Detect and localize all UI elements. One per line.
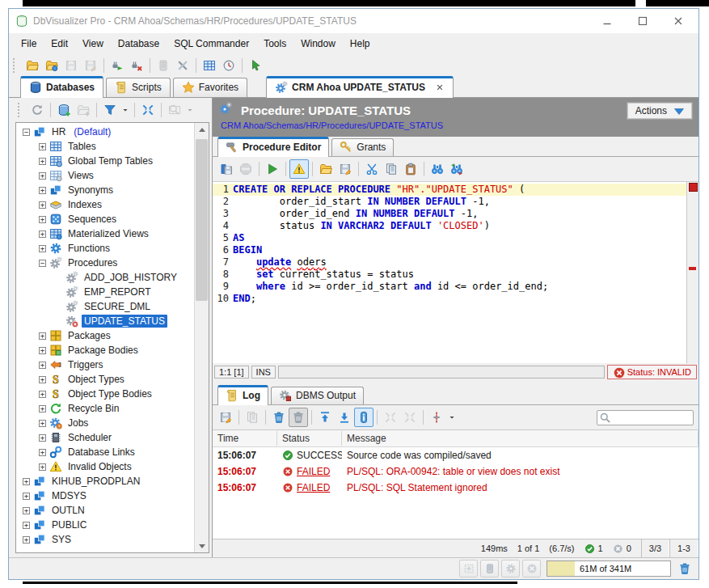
tab-dbms-output[interactable]: DBMS Output xyxy=(271,387,364,404)
memory-indicator[interactable]: 61M of 341M xyxy=(547,561,671,577)
tree-expander[interactable]: + xyxy=(39,231,46,238)
tree-expander[interactable]: + xyxy=(39,332,46,340)
paste-icon[interactable] xyxy=(401,159,420,179)
minimize-button[interactable] xyxy=(592,9,627,33)
tree-item-triggers[interactable]: +Triggers xyxy=(16,357,194,372)
tree-item-update-status[interactable]: UPDATE_STATUS xyxy=(16,314,194,328)
code-line[interactable]: 8 set current_status = status xyxy=(213,269,686,281)
create-connection-icon[interactable] xyxy=(54,100,74,120)
tree-expander[interactable]: + xyxy=(39,172,46,180)
refresh-icon[interactable] xyxy=(27,100,47,120)
error-marker-icon[interactable] xyxy=(689,183,698,192)
tree-item-database-links[interactable]: +Database Links xyxy=(16,445,194,459)
filter-icon[interactable] xyxy=(100,100,120,120)
execute-icon[interactable] xyxy=(263,159,282,179)
disconnect-icon[interactable] xyxy=(127,56,146,75)
menu-item-edit[interactable]: Edit xyxy=(44,35,75,53)
code-line[interactable]: 4 status IN VARCHAR2 DEFAULT 'CLOSED') xyxy=(213,220,686,232)
code-line[interactable]: 5AS xyxy=(213,232,686,244)
tree-expander[interactable]: + xyxy=(23,493,30,500)
tab-favorites[interactable]: Favorites xyxy=(173,78,247,97)
tab-scripts[interactable]: Scripts xyxy=(106,78,171,97)
log-column-time[interactable]: Time xyxy=(213,431,277,446)
tab-log[interactable]: Log xyxy=(217,385,268,405)
tree-item-scheduler[interactable]: +Scheduler xyxy=(16,430,194,445)
close-button[interactable] xyxy=(663,9,698,33)
tree-expander[interactable]: + xyxy=(39,143,46,150)
code-line[interactable]: 7 update oders xyxy=(213,256,686,269)
dropdown-icon[interactable] xyxy=(446,408,458,427)
tree-expander[interactable]: + xyxy=(39,347,46,354)
menu-item-database[interactable]: Database xyxy=(111,35,167,53)
find-icon[interactable] xyxy=(428,159,447,179)
tree-expander[interactable]: + xyxy=(39,362,46,369)
toolbar-grip[interactable] xyxy=(18,103,23,117)
menu-item-help[interactable]: Help xyxy=(343,35,378,53)
code-line[interactable]: 9 where id >= order_id_start and id <= o… xyxy=(213,281,686,293)
tree-item-object-type-bodies[interactable]: +SObject Type Bodies xyxy=(16,387,194,401)
scroll-thumb[interactable] xyxy=(196,139,208,301)
tree-item-kihub-prodplan[interactable]: +KIHUB_PRODPLAN xyxy=(16,474,194,489)
menu-item-file[interactable]: File xyxy=(14,35,44,53)
tree-item-synonyms[interactable]: +Synonyms xyxy=(16,183,194,197)
actions-button[interactable]: Actions xyxy=(627,103,692,119)
tree-item-package-bodies[interactable]: +Package Bodies xyxy=(16,343,194,357)
run-garbage-collector-button[interactable] xyxy=(675,560,694,577)
tree-expander[interactable]: + xyxy=(23,522,30,529)
scroll-top-icon[interactable] xyxy=(315,408,335,427)
scroll-bottom-icon[interactable] xyxy=(335,408,354,427)
tree-item-sequences[interactable]: +Sequences xyxy=(16,212,194,226)
tree-item-public[interactable]: +PUBLIC xyxy=(16,518,194,532)
tree-expander[interactable]: + xyxy=(39,158,46,165)
tab-object-crm-ahoa-update-status[interactable]: CRM Ahoa UPDATE_STATUS xyxy=(266,76,454,98)
error-marker-icon[interactable] xyxy=(689,267,696,270)
tab-procedure-editor[interactable]: Procedure Editor xyxy=(217,137,329,157)
tree-expander[interactable]: + xyxy=(23,507,30,514)
tree-expander[interactable]: − xyxy=(23,129,30,136)
clear-pinned-icon[interactable] xyxy=(289,408,308,427)
tree-item-mdsys[interactable]: +MDSYS xyxy=(16,489,194,503)
log-search-input[interactable] xyxy=(610,412,693,424)
code-line[interactable]: 2 order_id_start IN NUMBER DEFAULT -1, xyxy=(213,196,686,208)
maximize-button[interactable] xyxy=(627,9,663,33)
menu-item-tools[interactable]: Tools xyxy=(256,35,293,53)
cut-icon[interactable] xyxy=(362,159,382,179)
tree-item-jobs[interactable]: +Jobs xyxy=(16,416,194,430)
tree-item-materialized-views[interactable]: +Materialized Views xyxy=(16,226,194,241)
sql-editor[interactable]: 1CREATE OR REPLACE PROCEDURE "HR"."UPDAT… xyxy=(213,182,698,363)
task-scheduler-icon[interactable] xyxy=(219,56,238,75)
connect-icon[interactable] xyxy=(108,56,127,75)
menu-item-sql-commander[interactable]: SQL Commander xyxy=(167,35,256,53)
scroll-up-arrow-icon[interactable] xyxy=(195,123,209,136)
tree-item-sys[interactable]: +SYS xyxy=(16,532,194,547)
tree-expander[interactable]: − xyxy=(39,260,46,267)
tree-item-emp-report[interactable]: EMP_REPORT xyxy=(16,285,194,299)
tree-item-object-types[interactable]: +SObject Types xyxy=(16,372,194,387)
tool-properties-icon[interactable] xyxy=(173,56,192,75)
code-line[interactable]: 6BEGIN xyxy=(213,244,686,256)
tree-item-invalid-objects[interactable]: +Invalid Objects xyxy=(16,459,194,474)
tail-log-icon[interactable] xyxy=(354,408,373,427)
tree-item-global-temp-tables[interactable]: +Global Temp Tables xyxy=(16,154,194,168)
tree-expander[interactable]: + xyxy=(23,478,30,485)
tree-item-hr[interactable]: −HR(Default) xyxy=(16,125,194,139)
tree-scrollbar[interactable] xyxy=(194,123,209,552)
show-warnings-icon[interactable] xyxy=(289,159,309,179)
tree-expander[interactable]: + xyxy=(39,405,46,412)
execute-pointer-icon[interactable] xyxy=(246,56,265,75)
close-tab-icon[interactable] xyxy=(435,82,445,92)
tree-item-procedures[interactable]: −Procedures xyxy=(16,256,194,270)
log-row[interactable]: 15:06:07FAILEDPL/SQL: ORA-00942: table o… xyxy=(213,463,698,480)
code-line[interactable]: 3 order_id_end IN NUMBER DEFAULT -1, xyxy=(213,208,686,220)
tree-expander[interactable]: + xyxy=(39,376,46,383)
save-as-icon[interactable] xyxy=(336,159,355,179)
menu-item-window[interactable]: Window xyxy=(293,35,343,53)
find-replace-icon[interactable] xyxy=(447,159,466,179)
tree-expander[interactable]: + xyxy=(39,216,46,223)
log-column-message[interactable]: Message xyxy=(342,431,698,446)
table-data-icon[interactable] xyxy=(200,56,219,75)
tree-expander[interactable]: + xyxy=(39,449,46,456)
row-height-icon[interactable] xyxy=(427,408,446,427)
log-column-status[interactable]: Status xyxy=(277,431,342,446)
tree-item-tables[interactable]: +Tables xyxy=(16,139,194,154)
